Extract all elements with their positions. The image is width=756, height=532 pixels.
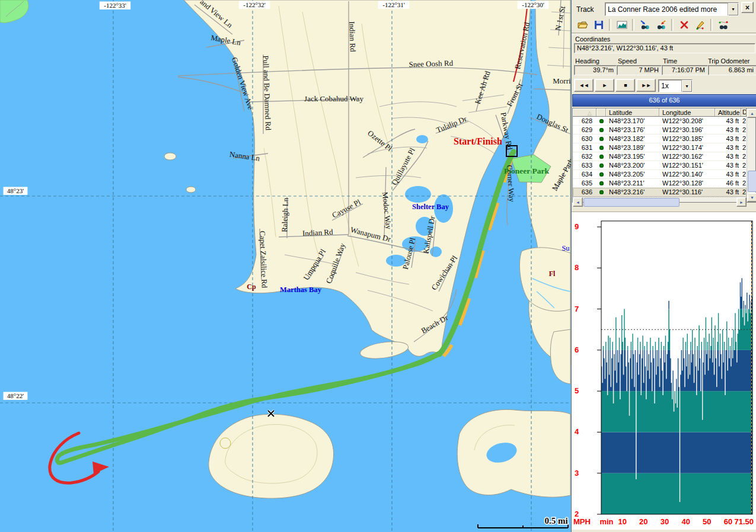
green-point-icon: [599, 146, 604, 150]
table-row[interactable]: 628N48°23.170'W122°30.208'43 ft2: [573, 117, 747, 126]
table-cell: W122°30.128': [659, 179, 715, 187]
close-button[interactable]: ×: [741, 2, 754, 13]
stop-button[interactable]: ■: [615, 79, 635, 92]
map-label: 0.5 mi: [544, 516, 567, 525]
table-cell: N48°23.200': [606, 161, 659, 169]
track-select[interactable]: La Conner Race 2006 edited more ▼: [605, 2, 739, 16]
table-cell: 2: [741, 161, 747, 169]
chevron-down-icon[interactable]: ▼: [728, 3, 738, 15]
table-row[interactable]: 636N48°23.216'W122°30.116'43 ft2: [573, 188, 747, 197]
table-row[interactable]: 630N48°23.182'W122°30.185'43 ft2: [573, 134, 747, 143]
v-scroll-thumb[interactable]: [748, 171, 756, 192]
map-label: Shelter Bay: [412, 203, 449, 211]
map-label: -122°33': [100, 2, 130, 10]
playback-speed-select[interactable]: 1x ▼: [658, 79, 693, 92]
table-row[interactable]: 635N48°23.211'W122°30.128'46 ft2: [573, 179, 747, 188]
table-row[interactable]: 634N48°23.205'W122°30.140'43 ft2: [573, 170, 747, 179]
map-label: 48°23': [4, 187, 28, 196]
time-label: Time: [663, 57, 677, 65]
table-cell: 43 ft: [715, 134, 741, 143]
table-row[interactable]: 632N48°23.195'W122°30.162'43 ft2: [573, 152, 747, 161]
table-cell: 635: [573, 179, 596, 187]
toolbar-separator: [710, 19, 713, 31]
point-marker-cell: [596, 117, 606, 125]
table-cell: W122°30.151': [659, 161, 715, 169]
column-header-d[interactable]: D: [741, 108, 747, 116]
toolbar-separator: [609, 19, 611, 31]
rewind-button[interactable]: ◄◄: [574, 79, 594, 92]
column-header-latitude[interactable]: Latitude: [606, 108, 659, 116]
point-marker-cell: [596, 143, 606, 152]
table-header: △LatitudeLongitudeAltitudeD: [573, 108, 747, 117]
delete-point-button[interactable]: [677, 18, 691, 32]
table-cell: 631: [573, 143, 596, 152]
save-floppy-icon: [594, 20, 604, 30]
table-cell: W122°30.140': [659, 170, 715, 178]
table-row[interactable]: 631N48°23.189'W122°30.174'43 ft2: [573, 143, 747, 152]
horizontal-scrollbar[interactable]: ◄ ►: [573, 197, 747, 202]
chevron-down-icon[interactable]: ▼: [681, 80, 692, 92]
table-cell: 43 ft: [715, 126, 741, 134]
x-axis-tick-label: 50: [703, 517, 711, 526]
scroll-right-icon[interactable]: ►: [736, 197, 747, 207]
open-file-button[interactable]: [575, 18, 590, 32]
column-header-altitude[interactable]: Altitude: [715, 108, 741, 116]
svg-text:Morris: Morris: [553, 76, 571, 85]
svg-text:-122°33': -122°33': [104, 2, 126, 9]
fast-forward-button[interactable]: ►►: [636, 79, 656, 92]
table-row[interactable]: 629N48°23.176'W122°30.196'43 ft2: [573, 126, 747, 134]
red-x-icon: [679, 20, 690, 30]
green-point-icon: [599, 172, 604, 177]
green-point-icon: [599, 137, 604, 141]
speed-chart-panel: 23456789min10203040506071.50MPH: [572, 211, 756, 530]
show-chart-button[interactable]: [614, 18, 629, 32]
track-progress-bar[interactable]: 636 of 636: [572, 94, 756, 107]
binoculars-track-icon: [718, 20, 729, 30]
table-cell: 43 ft: [715, 188, 741, 196]
play-button[interactable]: ►: [595, 79, 614, 92]
svg-text:Pioneer Park: Pioneer Park: [504, 166, 549, 175]
x-axis-tick-label: 10: [618, 517, 626, 526]
svg-text:-122°30': -122°30': [522, 1, 544, 8]
table-cell: 46 ft: [715, 179, 741, 187]
speed-chart[interactable]: 23456789min10203040506071.50MPH: [572, 212, 756, 530]
map-canvas[interactable]: -122°33'-122°32'-122°31'-122°30'48°23'48…: [0, 0, 571, 532]
table-cell: 43 ft: [715, 161, 741, 169]
x-axis-tick-label: 20: [639, 517, 647, 526]
find-track-start-button[interactable]: [637, 18, 652, 32]
svg-text:48°23': 48°23': [7, 187, 24, 194]
svg-text:Fl: Fl: [549, 270, 556, 278]
column-header-marker[interactable]: [596, 108, 606, 116]
y-axis-tick-label: 4: [575, 427, 579, 436]
table-row[interactable]: 633N48°23.200'W122°30.151'43 ft2: [573, 161, 747, 170]
column-header-longitude[interactable]: Longitude: [659, 108, 715, 116]
green-point-icon: [599, 155, 604, 159]
scroll-up-icon[interactable]: ▲: [747, 108, 756, 118]
scroll-left-icon[interactable]: ◄: [573, 197, 583, 207]
column-header-index[interactable]: △: [573, 108, 596, 116]
y-axis-tick-label: 6: [575, 345, 579, 354]
svg-text:Marthas Bay: Marthas Bay: [280, 286, 322, 294]
edit-track-button[interactable]: [693, 18, 707, 32]
odometer-value: 6.863 mi: [708, 65, 756, 75]
speed-value: 7 MPH: [617, 65, 662, 75]
track-panel: Track La Conner Race 2006 edited more ▼ …: [571, 0, 756, 532]
y-axis-tick-label: 9: [575, 222, 579, 231]
vertical-scrollbar[interactable]: ▲ ▼: [747, 108, 755, 202]
app-window: -122°33'-122°32'-122°31'-122°30'48°23'48…: [0, 0, 756, 532]
table-cell: N48°23.216': [606, 188, 659, 196]
svg-text:Snee Oosh Rd: Snee Oosh Rd: [409, 59, 453, 69]
find-track-end-button[interactable]: [653, 18, 668, 32]
playback-speed-value: 1x: [659, 82, 681, 90]
toolbar-separator: [632, 19, 634, 31]
h-scroll-thumb[interactable]: [583, 198, 680, 207]
search-track-button[interactable]: [716, 18, 731, 32]
save-button[interactable]: [591, 18, 606, 32]
table-cell: 2: [741, 117, 747, 125]
map-label: -122°30': [518, 1, 548, 9]
time-value: 7:16:07 PM: [662, 65, 708, 75]
table-cell: W122°30.162': [659, 152, 715, 161]
heading-label: Heading: [575, 57, 599, 65]
track-points-table: △LatitudeLongitudeAltitudeD 628N48°23.17…: [572, 108, 756, 203]
scroll-down-icon[interactable]: ▼: [747, 193, 756, 202]
